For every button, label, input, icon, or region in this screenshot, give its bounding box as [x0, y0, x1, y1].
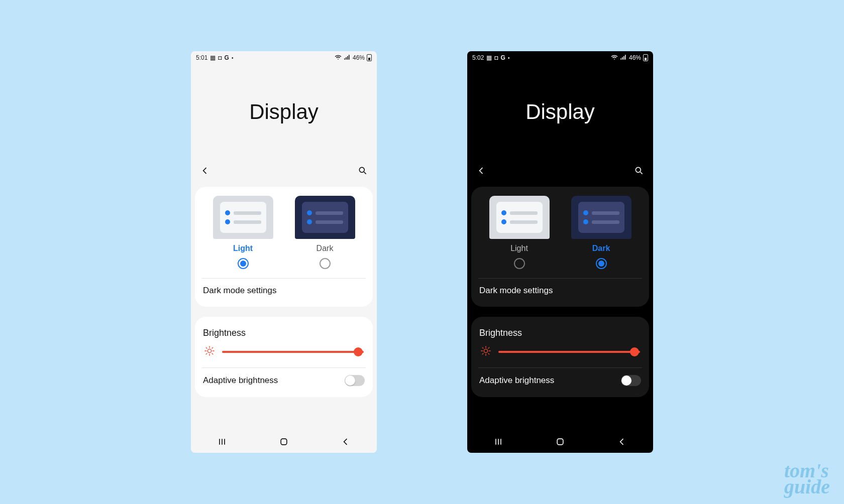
theme-thumb-light-icon	[489, 196, 550, 239]
more-notifications-icon: •	[232, 55, 234, 61]
battery-icon	[643, 54, 648, 61]
theme-card: Light Dark Dark mode settings	[471, 187, 649, 307]
back-button[interactable]	[198, 164, 212, 178]
slider-knob[interactable]	[354, 347, 363, 356]
slider-knob[interactable]	[630, 347, 639, 356]
theme-thumb-light-icon	[213, 196, 273, 239]
theme-thumb-dark-icon	[295, 196, 355, 239]
toolbar	[191, 160, 377, 182]
divider	[478, 367, 642, 368]
battery-pct: 46%	[629, 54, 641, 61]
adaptive-brightness-label: Adaptive brightness	[203, 375, 278, 386]
photo-icon: ▦	[486, 54, 492, 61]
brightness-title: Brightness	[202, 326, 366, 345]
brightness-icon	[204, 345, 215, 358]
svg-rect-2	[281, 439, 287, 445]
brightness-slider[interactable]	[498, 347, 640, 356]
theme-thumb-dark-icon	[571, 196, 631, 239]
phone-dark: 5:02 ▦ ◘ G • 46% Display	[467, 51, 653, 453]
theme-option-light[interactable]: Light	[206, 196, 280, 269]
theme-radio-light[interactable]	[238, 258, 249, 269]
nav-back-button[interactable]	[339, 435, 353, 449]
theme-card: Light Dark Dark mode settings	[195, 187, 373, 307]
page-title: Display	[249, 100, 319, 124]
watermark: tom's guide	[784, 463, 830, 495]
google-icon: G	[501, 54, 505, 61]
adaptive-brightness-label: Adaptive brightness	[479, 375, 554, 386]
nav-back-button[interactable]	[615, 435, 629, 449]
dark-mode-settings-link[interactable]: Dark mode settings	[202, 284, 366, 298]
signal-icon	[620, 54, 627, 62]
clock: 5:01	[196, 54, 207, 61]
svg-point-0	[359, 167, 364, 172]
theme-label-dark: Dark	[592, 244, 610, 253]
navigation-bar	[191, 431, 377, 453]
nav-recents-button[interactable]	[491, 435, 505, 449]
dark-mode-settings-link[interactable]: Dark mode settings	[478, 284, 642, 298]
navigation-bar	[467, 431, 653, 453]
nav-recents-button[interactable]	[215, 435, 229, 449]
brightness-title: Brightness	[478, 326, 642, 345]
theme-option-dark[interactable]: Dark	[288, 196, 362, 269]
app-icon: ◘	[494, 54, 498, 61]
app-icon: ◘	[218, 54, 222, 61]
theme-option-light[interactable]: Light	[482, 196, 556, 269]
theme-radio-dark[interactable]	[596, 258, 607, 269]
theme-label-dark: Dark	[316, 244, 334, 253]
brightness-card: Brightness Adaptive brightness	[471, 317, 649, 397]
status-bar: 5:01 ▦ ◘ G • 46%	[191, 51, 377, 64]
toggle-knob	[345, 375, 355, 386]
brightness-icon	[480, 345, 491, 358]
divider	[478, 278, 642, 279]
back-button[interactable]	[474, 164, 488, 178]
clock: 5:02	[472, 54, 484, 61]
signal-icon	[344, 54, 351, 62]
brightness-slider[interactable]	[222, 347, 364, 356]
svg-point-3	[636, 167, 641, 172]
wifi-icon	[611, 54, 618, 62]
battery-pct: 46%	[353, 54, 365, 61]
nav-home-button[interactable]	[277, 435, 291, 449]
adaptive-brightness-toggle[interactable]	[345, 375, 365, 386]
theme-label-light: Light	[233, 244, 253, 253]
search-button[interactable]	[632, 164, 646, 178]
theme-radio-dark[interactable]	[320, 258, 331, 269]
page-title-block: Display	[467, 64, 653, 160]
divider	[202, 278, 366, 279]
toolbar	[467, 160, 653, 182]
divider	[202, 367, 366, 368]
search-button[interactable]	[356, 164, 370, 178]
adaptive-brightness-toggle[interactable]	[621, 375, 641, 386]
google-icon: G	[225, 54, 229, 61]
theme-option-dark[interactable]: Dark	[564, 196, 638, 269]
status-bar: 5:02 ▦ ◘ G • 46%	[467, 51, 653, 64]
theme-label-light: Light	[510, 244, 528, 253]
more-notifications-icon: •	[508, 55, 510, 61]
phone-light: 5:01 ▦ ◘ G • 46% Display	[191, 51, 377, 453]
svg-rect-5	[557, 439, 563, 445]
svg-point-1	[207, 349, 211, 352]
theme-radio-light[interactable]	[514, 258, 525, 269]
battery-icon	[367, 54, 372, 61]
slider-track	[498, 351, 640, 353]
wifi-icon	[335, 54, 342, 62]
photo-icon: ▦	[210, 54, 216, 61]
page-title-block: Display	[191, 64, 377, 160]
brightness-card: Brightness Adaptive brightness	[195, 317, 373, 397]
nav-home-button[interactable]	[553, 435, 567, 449]
svg-point-4	[484, 349, 487, 352]
page-title: Display	[525, 100, 595, 124]
slider-track	[222, 351, 364, 353]
watermark-line2: guide	[784, 479, 830, 495]
toggle-knob	[621, 375, 631, 386]
